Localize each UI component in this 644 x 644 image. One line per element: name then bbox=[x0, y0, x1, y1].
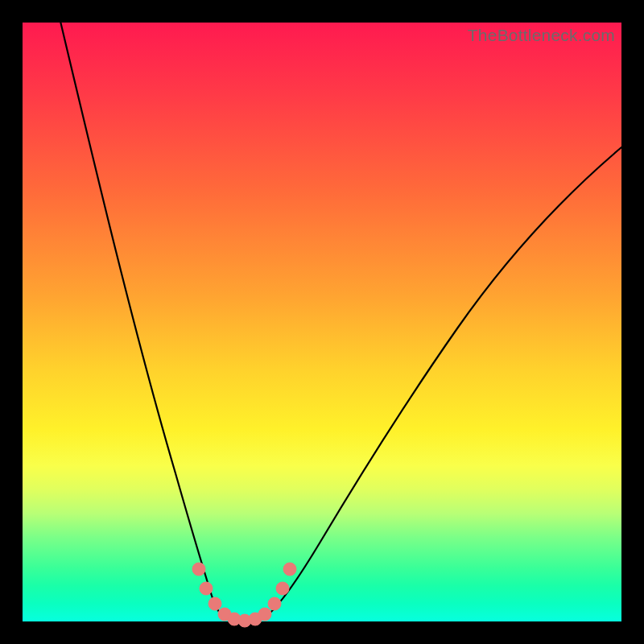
plot-area: TheBottleneck.com bbox=[23, 23, 621, 621]
valley-markers bbox=[192, 563, 296, 627]
svg-point-1 bbox=[200, 582, 213, 595]
svg-point-7 bbox=[258, 608, 271, 621]
svg-point-9 bbox=[276, 582, 289, 595]
svg-point-10 bbox=[283, 563, 296, 576]
svg-point-8 bbox=[268, 597, 281, 610]
svg-point-0 bbox=[192, 563, 205, 576]
curve-layer bbox=[23, 23, 621, 621]
svg-point-2 bbox=[208, 597, 221, 610]
curve-right-arm bbox=[266, 147, 621, 617]
curve-left-arm bbox=[59, 14, 224, 617]
outer-frame: TheBottleneck.com bbox=[0, 0, 644, 644]
